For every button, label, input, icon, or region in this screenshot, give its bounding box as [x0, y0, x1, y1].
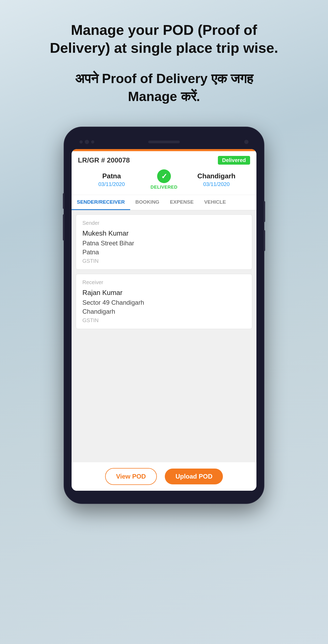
- receiver-gstin: GSTIN: [82, 317, 246, 323]
- route-row: Patna 03/11/2020 DELIVERED Chandigarh 03…: [78, 169, 250, 190]
- receiver-name: Rajan Kumar: [82, 289, 246, 297]
- screen-top-accent-bar: [72, 149, 256, 151]
- phone-top-bar: [72, 135, 256, 149]
- sender-label: Sender: [82, 220, 246, 226]
- to-city-date: 03/11/2020: [183, 181, 250, 187]
- sender-name: Mukesh Kumar: [82, 229, 246, 237]
- bottom-buttons-bar: View POD Upload POD: [72, 462, 256, 491]
- delivered-center: DELIVERED: [145, 169, 183, 190]
- sender-city: Patna: [82, 249, 246, 256]
- receiver-label: Receiver: [82, 279, 246, 285]
- to-city-name: Chandigarh: [183, 172, 250, 180]
- tab-booking[interactable]: BOOKING: [130, 195, 165, 210]
- receiver-card: Receiver Rajan Kumar Sector 49 Chandigar…: [76, 274, 252, 329]
- headline-hindi: अपने Proof of Delivery एक जगह Manage करे…: [50, 70, 278, 106]
- power-button-2: [264, 230, 265, 251]
- to-city-block: Chandigarh 03/11/2020: [183, 172, 250, 187]
- status-badge: Delivered: [218, 156, 250, 165]
- screen-scroll-area: Sender Mukesh Kumar Patna Street Bihar P…: [72, 210, 256, 462]
- from-city-name: Patna: [78, 172, 145, 180]
- lr-number: LR/GR # 200078: [78, 156, 130, 164]
- headline-english: Manage your POD (Proof of Delivery) at s…: [45, 21, 283, 57]
- from-city-date: 03/11/2020: [78, 181, 145, 187]
- lr-header-card: LR/GR # 200078 Delivered Patna 03/11/202…: [72, 151, 256, 195]
- tab-expense[interactable]: EXPENSE: [165, 195, 199, 210]
- delivered-check-icon: [157, 169, 171, 183]
- tabs-bar: SENDER/RECEIVER BOOKING EXPENSE VEHICLE: [72, 195, 256, 210]
- view-pod-button[interactable]: View POD: [105, 468, 157, 485]
- tab-sender-receiver[interactable]: SENDER/RECEIVER: [72, 195, 130, 210]
- tab-vehicle[interactable]: VEHICLE: [199, 195, 231, 210]
- sensor-dot-1: [79, 140, 83, 144]
- sender-gstin: GSTIN: [82, 258, 246, 264]
- power-button: [264, 201, 265, 222]
- sensor-dot-3: [91, 140, 94, 144]
- sender-card: Sender Mukesh Kumar Patna Street Bihar P…: [76, 214, 252, 270]
- speaker-bar: [148, 141, 180, 143]
- camera-sensors-left: [79, 140, 94, 144]
- delivered-label: DELIVERED: [151, 185, 177, 190]
- phone-screen: LR/GR # 200078 Delivered Patna 03/11/202…: [72, 149, 256, 491]
- sender-address: Patna Street Bihar: [82, 240, 246, 247]
- sensor-dot-2: [85, 140, 89, 144]
- front-camera: [244, 140, 249, 144]
- volume-down-button: [63, 214, 64, 241]
- upload-pod-button[interactable]: Upload POD: [165, 469, 223, 484]
- phone-mockup: LR/GR # 200078 Delivered Patna 03/11/202…: [64, 127, 264, 504]
- volume-up-button: [63, 193, 64, 209]
- receiver-city: Chandigarh: [82, 308, 246, 315]
- receiver-address: Sector 49 Chandigarh: [82, 299, 246, 306]
- from-city-block: Patna 03/11/2020: [78, 172, 145, 187]
